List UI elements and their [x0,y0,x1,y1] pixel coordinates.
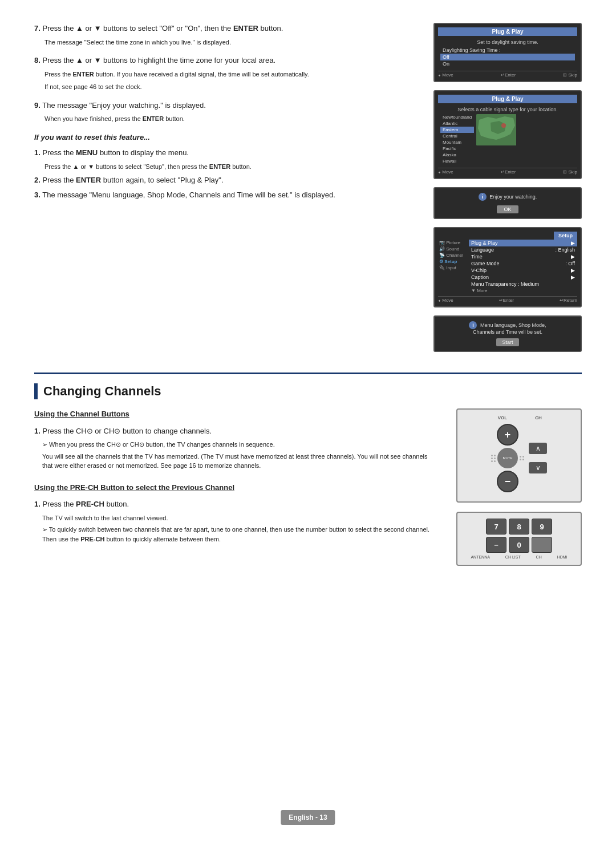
screen5-info-icon: i [469,321,477,329]
channel-note1: ➢ When you press the CH⊙ or CH⊙ button, … [42,440,439,450]
step9-sub: When you have finished, press the ENTER … [44,114,416,124]
tz-alaska: Alaska [440,152,474,158]
channel-step1: 1. Press the CH⊙ or CH⊙ button to change… [34,426,439,437]
screen2-title: Plug & Play [438,95,577,103]
vol-ch-labels-row: VOL CH [463,415,575,420]
screen1-enter: ↵Enter [501,72,516,78]
screen4-plugplay: Plug & Play ▶ [469,240,577,246]
bottom-left: Using the Channel Buttons 1. Press the C… [34,408,439,566]
screen5-info: i Menu language, Shop Mode,Channels and … [440,321,575,335]
screen1-off-row: Off [440,54,575,60]
screen4-channel: 📡 Channel [438,252,467,258]
map-image [476,114,516,145]
btn-9[interactable]: 9 [532,519,552,535]
screen4-picture: 📷 Picture [438,240,467,246]
reset-step2: 2. Press the ENTER button again, to sele… [34,175,416,186]
screen3-enjoy: Enjoy your watching. [489,194,537,200]
screen4-body: 📷 Picture 🔊 Sound 📡 Channel ⚙ Setup 🔌 In… [438,240,577,294]
btn-7[interactable]: 7 [486,519,506,535]
screen1-off: Off [443,54,449,60]
ch-down-btn[interactable]: ∨ [529,462,547,473]
right-screens: Plug & Play Set to daylight saving time.… [433,23,582,355]
reset-step3-text: The message "Menu language, Shop Mode, C… [42,191,335,199]
channel-note2: You will see all the channels that the T… [42,452,439,471]
channel-buttons-section: Using the Channel Buttons 1. Press the C… [34,408,439,471]
label-ch: CH [536,555,542,559]
tz-panel: Newfoundland Atlantic Eastern Central Mo… [440,114,575,164]
bottom-section: Using the Channel Buttons 1. Press the C… [34,408,582,566]
step8-number: 8. [34,56,40,64]
screen4-vchip: V-Chip ▶ [469,267,577,274]
prech-step1: 1. Press the PRE-CH button. [34,499,439,510]
screen1-move: ⬥ Move [438,72,453,78]
section-heading: Changing Channels [34,383,582,399]
step-9: 9. The message "Enjoy your watching." is… [34,100,416,124]
screen4-sound: 🔊 Sound [438,246,467,252]
vol-ch-remote: VOL CH + MUTE [456,408,582,503]
screen1-label-row: Daylighting Saving Time : [440,47,575,54]
screen4-time: Time ▶ [469,253,577,260]
bottom-right: VOL CH + MUTE [456,408,582,566]
screen4-footer: ⬥ Move ↵Enter ↩Return [438,296,577,303]
changing-channels-title: Changing Channels [43,384,161,399]
screen1-skip: ⊞ Skip [563,72,577,78]
btn-8[interactable]: 8 [509,519,529,535]
preach-btn[interactable] [532,537,552,553]
screen2-footer: ⬥ Move ↵Enter ⊞ Skip [438,168,577,175]
ch-up-btn[interactable]: ∧ [529,443,547,454]
screen5-text: Menu language, Shop Mode,Channels and Ti… [473,322,546,335]
step8-sub2: If not, see page 46 to set the clock. [44,82,416,92]
btn-0[interactable]: 0 [509,537,529,553]
reset-step3-num: 3. [34,191,40,199]
screen2-subtitle: Selects a cable signal type for your loc… [440,107,575,112]
screen2-enter: ↵Enter [501,169,516,175]
screen5-body: i Menu language, Shop Mode,Channels and … [438,320,577,347]
screen-setup: Setup 📷 Picture 🔊 Sound 📡 Channel ⚙ Setu… [433,227,582,307]
screen-enjoy: i Enjoy your watching. OK [433,187,582,219]
reset-section: If you want to reset this feature... 1. … [34,132,416,201]
step8-text: Press the ▲ or ▼ buttons to highlight th… [42,56,275,64]
tz-hawaii: Hawaii [440,158,474,164]
prech-heading: Using the PRE-CH Button to select the Pr… [34,482,439,493]
blue-bar-icon [34,383,38,399]
channel-step1-num: 1. [34,427,40,435]
reset-step3: 3. The message "Menu language, Shop Mode… [34,189,416,201]
screen-daylight: Plug & Play Set to daylight saving time.… [433,23,582,82]
label-chlist: CH LIST [505,555,521,559]
screen2-move: ⬥ Move [438,169,453,175]
reset-heading: If you want to reset this feature... [34,132,416,143]
dots-right [520,456,524,460]
screen4-gamemode: Game Mode : Off [469,260,577,267]
screen4-right: Plug & Play ▶ Language : English Time ▶ [469,240,577,294]
step-7: 7. Press the ▲ or ▼ buttons to select "O… [34,23,416,47]
screen4-input: 🔌 Input [438,265,467,271]
mute-btn[interactable]: MUTE [497,448,518,468]
ok-button: OK [497,205,518,213]
reset-step2-num: 2. [34,176,40,184]
start-button: Start [496,338,518,346]
step8-enter: ENTER [73,71,94,78]
vol-minus-btn[interactable]: − [497,471,518,492]
channel-buttons-heading: Using the Channel Buttons [34,408,439,420]
top-section: 7. Press the ▲ or ▼ buttons to select "O… [34,23,582,355]
mute-label: MUTE [503,456,513,460]
tz-newfoundland: Newfoundland [440,114,474,120]
vol-ch-buttons-row: + MUTE [463,424,575,492]
tz-atlantic: Atlantic [440,120,474,127]
prech-note3: ➢ To quickly switch between two channels… [42,525,439,544]
prech-sub: The TV will switch to the last channel v… [42,513,439,523]
numpad-bottom-row: − 0 [463,537,575,553]
numpad-remote: 7 8 9 − 0 ANTENNA CH LIST CH HDMI [456,512,582,566]
info-icon: i [479,193,487,201]
btn-minus-num[interactable]: − [486,537,506,553]
section-divider [34,373,582,374]
prech-section: Using the PRE-CH Button to select the Pr… [34,482,439,544]
numpad-top-row: 7 8 9 [463,519,575,535]
screen1-label: Daylighting Saving Time : [443,47,501,53]
mute-dots: MUTE [491,448,524,468]
screen1-footer: ⬥ Move ↵Enter ⊞ Skip [438,71,577,78]
screen2-body: Selects a cable signal type for your loc… [438,106,577,165]
ch-nav-cluster: ∧ ∨ [529,443,547,473]
vol-plus-btn[interactable]: + [497,424,518,446]
reset-menu: MENU [76,148,98,157]
